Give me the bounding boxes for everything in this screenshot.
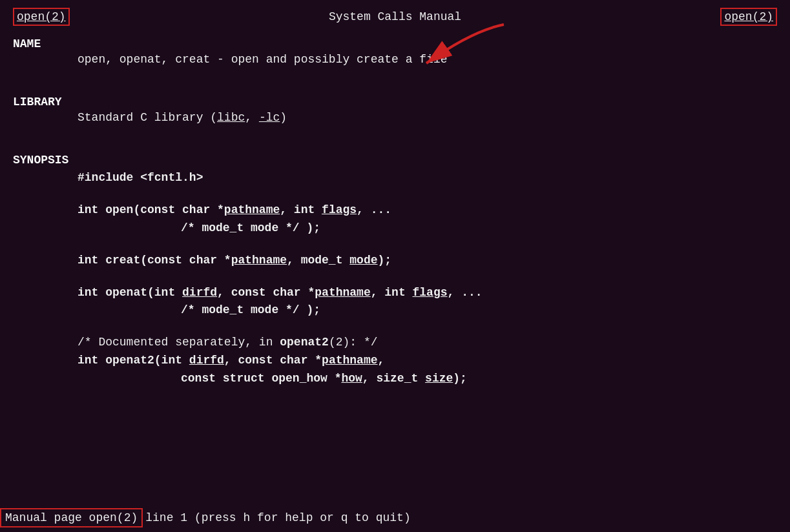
open-pathname[interactable]: pathname bbox=[224, 203, 280, 216]
blank-2 bbox=[13, 128, 777, 142]
openat2-how[interactable]: how bbox=[341, 372, 362, 385]
openat2-size-pre: , size_t bbox=[362, 372, 425, 385]
open-func-line1: int open(const char *pathname, int flags… bbox=[78, 201, 777, 220]
openat2-size[interactable]: size bbox=[425, 372, 453, 385]
openat2-dirfd[interactable]: dirfd bbox=[189, 354, 224, 367]
open-mid: , int bbox=[280, 203, 322, 216]
openat2-close: ); bbox=[453, 372, 467, 385]
status-boxed-text: Manual page open(2) bbox=[0, 508, 143, 527]
openat-func-line2: /* mode_t mode */ ); bbox=[78, 302, 777, 320]
header-center-title: System Calls Manual bbox=[329, 10, 461, 23]
open-flags[interactable]: flags bbox=[322, 203, 357, 216]
creat-mid: , mode_t bbox=[287, 254, 349, 267]
main-content: open(2) System Calls Manual open(2) NAME… bbox=[0, 0, 790, 504]
open-func-line2: /* mode_t mode */ ); bbox=[78, 220, 777, 238]
openat-mid2: , int bbox=[371, 286, 413, 299]
comment-suffix: (2): */ bbox=[329, 336, 378, 349]
openat-suffix: , ... bbox=[448, 286, 483, 299]
open-line2-text: /* mode_t mode */ ); bbox=[181, 221, 320, 234]
library-body: Standard C library (libc, -lc) bbox=[13, 111, 777, 124]
name-body-text: open, openat, creat - open and possibly … bbox=[78, 53, 448, 66]
openat-line2-text: /* mode_t mode */ ); bbox=[181, 303, 320, 316]
openat2-prefix: int openat2(int bbox=[78, 354, 189, 367]
synopsis-block: #include <fcntl.h> int open(const char *… bbox=[13, 169, 777, 388]
blank-4 bbox=[78, 238, 777, 252]
name-body: open, openat, creat - open and possibly … bbox=[13, 53, 777, 66]
header-left-link[interactable]: open(2) bbox=[13, 8, 70, 26]
include-text: #include <fcntl.h> bbox=[78, 171, 203, 184]
creat-suffix: ); bbox=[378, 254, 392, 267]
blank-6 bbox=[78, 320, 777, 334]
library-suffix: ) bbox=[280, 111, 287, 124]
openat2-func-line1: int openat2(int dirfd, const char *pathn… bbox=[78, 352, 777, 370]
openat-mid: , const char * bbox=[217, 286, 315, 299]
open-prefix: int open(const char * bbox=[78, 203, 224, 216]
name-heading: NAME bbox=[13, 37, 777, 50]
openat-func-line1: int openat(int dirfd, const char *pathna… bbox=[78, 284, 777, 302]
open-suffix: , ... bbox=[357, 203, 391, 216]
libc-link[interactable]: libc bbox=[217, 111, 245, 124]
creat-func-line: int creat(const char *pathname, mode_t m… bbox=[78, 252, 777, 270]
openat2-func-line2: const struct open_how *how, size_t size)… bbox=[78, 370, 777, 388]
blank-5 bbox=[78, 270, 777, 284]
blank-1 bbox=[13, 70, 777, 84]
library-prefix: Standard C library ( bbox=[78, 111, 217, 124]
openat2-pathname[interactable]: pathname bbox=[322, 354, 377, 367]
creat-mode[interactable]: mode bbox=[349, 254, 377, 267]
blank-3 bbox=[78, 187, 777, 201]
openat2-struct: const struct open_how * bbox=[181, 372, 341, 385]
library-comma: , bbox=[245, 111, 259, 124]
comment-line: /* Documented separately, in openat2(2):… bbox=[78, 334, 777, 352]
header-right-link[interactable]: open(2) bbox=[720, 8, 777, 26]
openat-pathname[interactable]: pathname bbox=[315, 286, 370, 299]
include-line: #include <fcntl.h> bbox=[78, 169, 777, 187]
lc-link[interactable]: -lc bbox=[259, 111, 280, 124]
openat2-ref: openat2 bbox=[280, 336, 329, 349]
comment-prefix: /* Documented separately, in bbox=[78, 336, 280, 349]
openat-flags[interactable]: flags bbox=[413, 286, 448, 299]
library-heading: LIBRARY bbox=[13, 96, 777, 108]
creat-pathname[interactable]: pathname bbox=[231, 254, 287, 267]
openat2-comma: , bbox=[378, 354, 385, 367]
openat-dirfd[interactable]: dirfd bbox=[182, 286, 217, 299]
creat-prefix: int creat(const char * bbox=[78, 254, 231, 267]
openat2-mid: , const char * bbox=[224, 354, 322, 367]
synopsis-heading: SYNOPSIS bbox=[13, 154, 777, 167]
openat-prefix: int openat(int bbox=[78, 286, 182, 299]
status-rest-text: line 1 (press h for help or q to quit) bbox=[145, 511, 410, 524]
header-line: open(2) System Calls Manual open(2) bbox=[13, 8, 777, 26]
status-bar: Manual page open(2) line 1 (press h for … bbox=[0, 504, 790, 532]
